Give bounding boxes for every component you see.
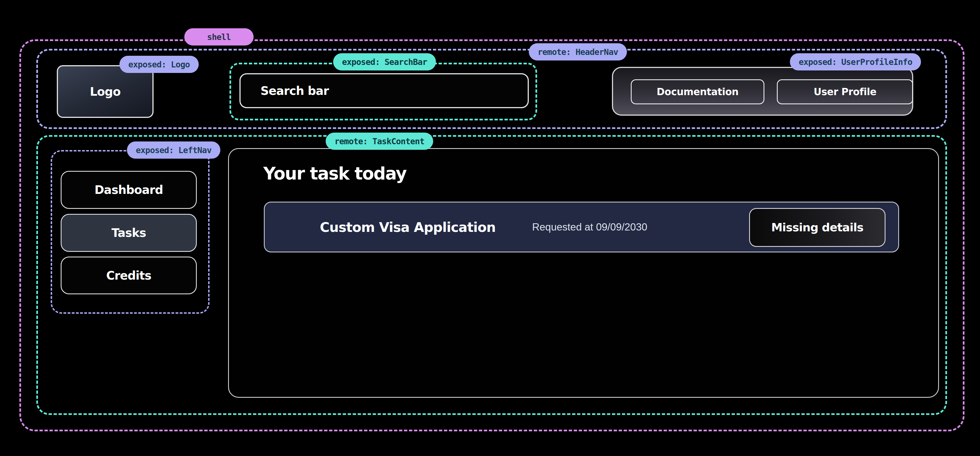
missing-details-button[interactable]: Missing details bbox=[749, 208, 886, 247]
shell-label-pill: shell bbox=[184, 28, 254, 46]
sidebar-item-dashboard[interactable]: Dashboard bbox=[61, 171, 197, 209]
page-canvas: shell remote: HeaderNav Logo exposed: Lo… bbox=[0, 0, 980, 456]
sidebar-item-tasks[interactable]: Tasks bbox=[61, 214, 197, 252]
documentation-button[interactable]: Documentation bbox=[631, 79, 764, 104]
main-content-panel: Your task today Custom Visa Application … bbox=[228, 148, 939, 398]
task-row: Custom Visa Application Requested at 09/… bbox=[264, 202, 899, 252]
search-input[interactable]: Search bar bbox=[239, 73, 529, 108]
logo-exposed-label-pill: exposed: Logo bbox=[119, 56, 199, 73]
task-name: Custom Visa Application bbox=[320, 202, 496, 252]
user-profile-info-panel: Documentation User Profile bbox=[612, 67, 913, 116]
left-nav-exposed-label-pill: exposed: LeftNav bbox=[127, 142, 220, 159]
search-bar-exposed-label-pill: exposed: SearchBar bbox=[333, 53, 436, 70]
user-profile-button[interactable]: User Profile bbox=[777, 79, 913, 104]
search-input-placeholder: Search bar bbox=[261, 84, 329, 98]
user-profile-info-exposed-label-pill: exposed: UserProfileInfo bbox=[790, 53, 921, 70]
logo: Logo bbox=[57, 65, 154, 118]
page-title: Your task today bbox=[263, 163, 406, 183]
logo-text: Logo bbox=[90, 85, 121, 99]
task-content-remote-label-pill: remote: TaskContent bbox=[326, 132, 433, 150]
sidebar-item-credits[interactable]: Credits bbox=[61, 257, 197, 294]
task-requested-date: Requested at 09/09/2030 bbox=[532, 202, 648, 252]
header-nav-remote-label-pill: remote: HeaderNav bbox=[529, 43, 627, 61]
